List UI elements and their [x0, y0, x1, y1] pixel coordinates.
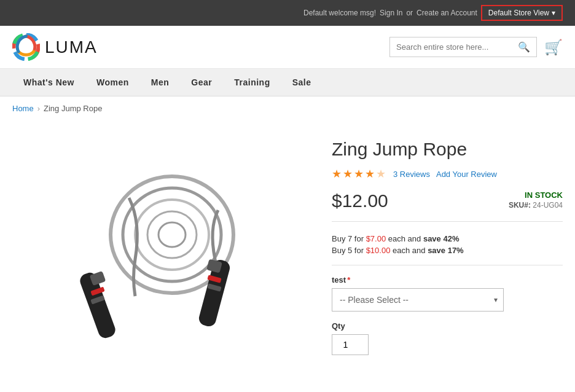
breadcrumb-home[interactable]: Home	[12, 104, 34, 113]
signin-link[interactable]: Sign In	[380, 9, 402, 17]
breadcrumb-separator: ›	[37, 104, 40, 113]
chevron-down-icon: ▾	[552, 9, 555, 17]
select-wrapper: -- Please Select -- ▾	[332, 288, 504, 312]
welcome-message: Default welcome msg!	[303, 9, 376, 17]
rating-row: ★★★★★ 3 Reviews Add Your Review	[332, 167, 563, 181]
search-input[interactable]	[396, 42, 518, 52]
nav-item-sale[interactable]: Sale	[281, 69, 323, 96]
price-row: $12.00 IN STOCK SKU#: 24-UG04	[332, 190, 563, 222]
logo-area: LUMA	[12, 33, 98, 61]
product-page: Zing Jump Rope ★★★★★ 3 Reviews Add Your …	[0, 120, 575, 380]
option-section: test* -- Please Select -- ▾	[332, 275, 563, 312]
product-sku: SKU#: 24-UG04	[509, 201, 563, 210]
option-label: test*	[332, 275, 563, 284]
breadcrumb-current: Zing Jump Rope	[44, 104, 102, 113]
nav-item-whats-new[interactable]: What's New	[12, 69, 85, 96]
reviews-link[interactable]: 3 Reviews	[393, 170, 430, 179]
header-right: 🔍 🛒	[389, 37, 563, 57]
nav-item-women[interactable]: Women	[85, 69, 140, 96]
nav-item-men[interactable]: Men	[140, 69, 181, 96]
cart-icon[interactable]: 🛒	[544, 39, 563, 56]
product-price: $12.00	[332, 190, 388, 211]
qty-section: Qty	[332, 321, 563, 355]
stock-area: IN STOCK SKU#: 24-UG04	[509, 190, 563, 210]
add-review-link[interactable]: Add Your Review	[436, 170, 497, 179]
product-image	[49, 136, 270, 351]
main-navigation: What's New Women Men Gear Training Sale	[0, 69, 575, 96]
product-title: Zing Jump Rope	[332, 139, 563, 160]
stock-status: IN STOCK	[509, 190, 563, 200]
or-separator: or	[406, 9, 413, 17]
search-icon: 🔍	[518, 42, 530, 52]
nav-item-gear[interactable]: Gear	[180, 69, 223, 96]
create-account-link[interactable]: Create an Account	[417, 9, 477, 17]
luma-logo-icon	[12, 33, 40, 61]
search-button[interactable]: 🔍	[518, 41, 530, 53]
site-header: LUMA 🔍 🛒	[0, 26, 575, 69]
bulk-line-2: Buy 5 for $10.00 each and save 17%	[332, 246, 563, 255]
product-info: Zing Jump Rope ★★★★★ 3 Reviews Add Your …	[332, 133, 563, 355]
product-image-area	[12, 133, 307, 355]
star-rating: ★★★★★	[332, 167, 387, 181]
svg-point-6	[147, 211, 197, 258]
breadcrumb: Home › Zing Jump Rope	[0, 96, 575, 120]
nav-item-training[interactable]: Training	[223, 69, 281, 96]
store-view-button[interactable]: Default Store View ▾	[481, 5, 563, 21]
svg-point-7	[158, 222, 186, 247]
bulk-line-1: Buy 7 for $7.00 each and save 42%	[332, 234, 563, 243]
svg-point-5	[135, 200, 209, 270]
jump-rope-svg	[49, 136, 270, 351]
bulk-pricing: Buy 7 for $7.00 each and save 42% Buy 5 …	[332, 227, 563, 265]
qty-input[interactable]	[332, 334, 369, 355]
search-box: 🔍	[389, 37, 537, 57]
top-bar: Default welcome msg! Sign In or Create a…	[0, 0, 575, 26]
qty-label: Qty	[332, 321, 563, 331]
test-select[interactable]: -- Please Select --	[332, 288, 504, 312]
logo-text: LUMA	[45, 37, 98, 57]
